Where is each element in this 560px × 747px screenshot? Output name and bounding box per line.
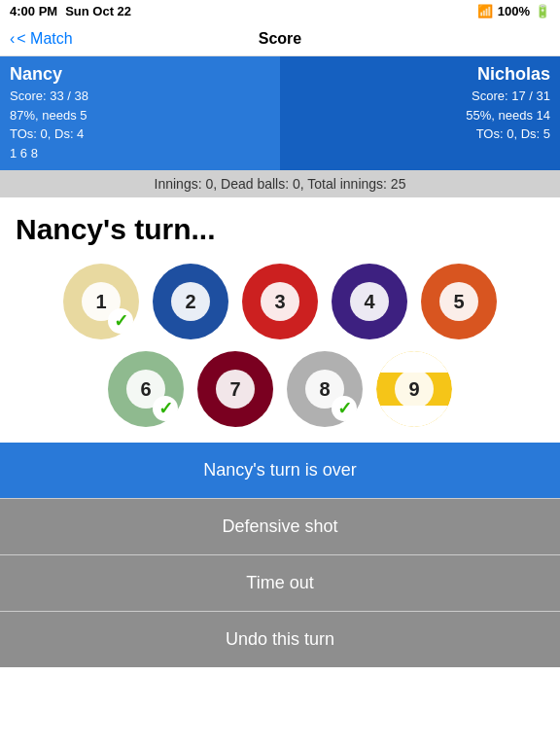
player-left-tos: TOs: 0, Ds: 4 <box>10 124 270 144</box>
ball-7[interactable]: 7 <box>197 351 273 427</box>
player-left-panel: Nancy Score: 33 / 38 87%, needs 5 TOs: 0… <box>0 56 280 170</box>
player-right-pct: 55%, needs 14 <box>290 106 550 125</box>
status-time: 4:00 PM <box>10 4 57 18</box>
check-icon: ✓ <box>158 400 173 417</box>
balls-container: 1 ✓ 2 3 4 5 <box>0 254 560 443</box>
ball-2[interactable]: 2 <box>153 264 228 339</box>
ball-5-number: 5 <box>453 291 464 313</box>
score-panel: Nancy Score: 33 / 38 87%, needs 5 TOs: 0… <box>0 56 560 170</box>
ball-5[interactable]: 5 <box>421 264 497 339</box>
wifi-icon: 📶 <box>477 4 493 18</box>
action-buttons: Nancy's turn is over Defensive shot Time… <box>0 443 560 667</box>
balls-row-1: 1 ✓ 2 3 4 5 <box>63 264 497 339</box>
info-bar: Innings: 0, Dead balls: 0, Total innings… <box>0 170 560 197</box>
back-button[interactable]: ‹ < Match <box>10 30 73 48</box>
ball-3[interactable]: 3 <box>242 264 318 339</box>
status-date: Sun Oct 22 <box>65 4 131 18</box>
check-icon: ✓ <box>337 400 352 417</box>
player-right-score: Score: 17 / 31 <box>290 87 550 106</box>
player-left-score: Score: 33 / 38 <box>10 87 270 106</box>
player-right-panel: Nicholas Score: 17 / 31 55%, needs 14 TO… <box>280 56 560 170</box>
ball-7-number: 7 <box>229 378 240 401</box>
nav-title: Score <box>259 30 301 48</box>
ball-4-number: 4 <box>364 291 374 313</box>
ball-8-check: ✓ <box>332 396 357 421</box>
back-chevron-icon: ‹ <box>10 30 15 48</box>
status-right: 📶 100% 🔋 <box>477 4 550 18</box>
ball-4[interactable]: 4 <box>332 264 407 339</box>
ball-1[interactable]: 1 ✓ <box>63 264 139 339</box>
battery-icon: 🔋 <box>535 4 550 18</box>
ball-6[interactable]: 6 ✓ <box>108 351 184 427</box>
battery-label: 100% <box>498 4 530 18</box>
nav-bar: ‹ < Match Score <box>0 21 560 56</box>
ball-2-number: 2 <box>185 291 195 313</box>
ball-9[interactable]: 9 <box>376 351 452 427</box>
player-right-tos: TOs: 0, Ds: 5 <box>290 124 550 144</box>
defensive-shot-button[interactable]: Defensive shot <box>0 499 560 554</box>
check-icon: ✓ <box>114 312 128 330</box>
player-left-extra: 1 6 8 <box>10 144 270 163</box>
player-left-name: Nancy <box>10 64 270 85</box>
turn-header: Nancy's turn... <box>0 197 560 254</box>
balls-row-2: 6 ✓ 7 8 ✓ 9 <box>108 351 452 427</box>
ball-9-number: 9 <box>408 378 419 401</box>
ball-1-number: 1 <box>95 291 106 313</box>
status-bar: 4:00 PM Sun Oct 22 📶 100% 🔋 <box>0 0 560 21</box>
ball-8-number: 8 <box>319 378 330 401</box>
undo-turn-button[interactable]: Undo this turn <box>0 612 560 667</box>
turn-over-button[interactable]: Nancy's turn is over <box>0 443 560 498</box>
ball-1-check: ✓ <box>108 308 133 334</box>
ball-6-check: ✓ <box>153 396 178 421</box>
player-right-name: Nicholas <box>290 64 550 85</box>
ball-3-number: 3 <box>274 291 285 313</box>
ball-6-number: 6 <box>140 378 151 401</box>
back-label: < Match <box>17 30 72 48</box>
player-left-pct: 87%, needs 5 <box>10 106 270 125</box>
time-out-button[interactable]: Time out <box>0 555 560 611</box>
ball-8[interactable]: 8 ✓ <box>287 351 363 427</box>
